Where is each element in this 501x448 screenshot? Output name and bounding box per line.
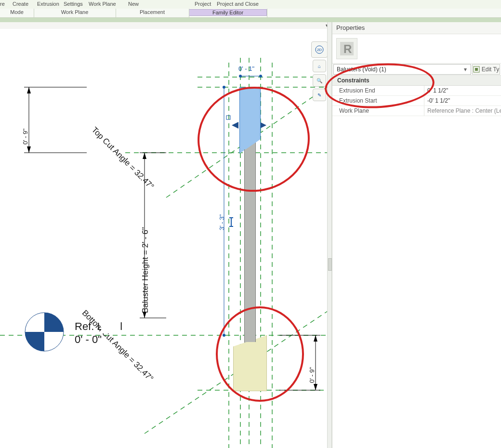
ribbon-item-settings[interactable]: Settings [62, 0, 85, 7]
type-selector-value: Balusters (Void) (1) [337, 66, 386, 73]
splitter[interactable] [327, 22, 332, 448]
properties-title: Properties [332, 22, 501, 34]
content-area: ▾ [0, 22, 501, 448]
prop-row-extrusion-end[interactable]: Extrusion End 0' 1 1/2" [332, 86, 501, 96]
text-mask [101, 318, 120, 333]
svg-point-28 [223, 86, 225, 89]
ribbon: ure Create Extrusion Settings Work Plane… [0, 0, 501, 22]
prop-row-work-plane[interactable]: Work Plane Reference Plane : Center (Lef… [332, 106, 501, 116]
navigation-stack: 2D ⌂ 🔍 ✎ [310, 41, 329, 101]
chevron-down-icon: ▾ [463, 66, 468, 73]
edit-type-button[interactable]: Edit Ty [472, 64, 500, 75]
nav-home-button[interactable]: ⌂ [313, 60, 326, 72]
svg-point-32 [259, 75, 262, 78]
ribbon-panel-row: Mode Work Plane Placement Family Editor [0, 9, 501, 18]
splitter-grip[interactable] [328, 258, 332, 271]
prop-name: Work Plane [332, 106, 424, 116]
dim-bot-09: 0' - 9" [308, 367, 316, 383]
ribbon-panel-placement[interactable]: Placement [116, 9, 189, 15]
svg-marker-25 [314, 335, 317, 342]
prop-group-constraints[interactable]: Constraints [332, 76, 501, 86]
prop-row-extrusion-start[interactable]: Extrusion Start -0' 1 1/2" [332, 96, 501, 106]
prop-value[interactable]: -0' 1 1/2" [424, 96, 501, 105]
svg-marker-21 [27, 146, 31, 153]
ribbon-item-extrusion[interactable]: Extrusion [35, 0, 61, 7]
svg-marker-15 [143, 153, 146, 159]
prop-name: Extrusion End [332, 86, 424, 95]
type-selector[interactable]: Balusters (Void) (1) ▾ [333, 64, 471, 75]
svg-rect-40 [226, 116, 230, 119]
ref-level-marker[interactable] [23, 311, 66, 355]
svg-text:2D: 2D [317, 48, 322, 52]
nav-draw-button[interactable]: ✎ [313, 89, 326, 101]
type-thumbnail: R [336, 38, 357, 59]
ribbon-item-create[interactable]: Create [11, 0, 30, 7]
ribbon-panel-family-editor[interactable]: Family Editor [189, 9, 267, 16]
drawing-svg [0, 29, 332, 448]
prop-value: Reference Plane : Center (Left/... [424, 106, 501, 116]
dim-33: 3' - 3" [218, 214, 225, 230]
properties-panel: Properties R Balusters (Void) (1) ▾ Edit… [332, 22, 501, 448]
svg-marker-36 [260, 122, 266, 129]
ribbon-top-row: ure Create Extrusion Settings Work Plane… [0, 0, 501, 9]
svg-point-29 [223, 334, 225, 337]
ribbon-item-project-close[interactable]: Project and Close [215, 0, 261, 7]
ribbon-item-ure[interactable]: ure [0, 0, 7, 7]
svg-text:R: R [343, 42, 352, 55]
svg-point-31 [239, 75, 242, 78]
ribbon-item-workplane[interactable]: Work Plane [87, 0, 118, 7]
svg-marker-35 [232, 122, 238, 129]
revit-r-icon: R [339, 41, 355, 56]
nav-2d-button[interactable]: 2D [311, 41, 328, 58]
svg-rect-47 [475, 68, 478, 71]
prop-name: Extrusion Start [332, 96, 424, 105]
edit-type-icon [473, 66, 480, 73]
nav-zoom-button[interactable]: 🔍 [313, 74, 326, 87]
drawing-contents: 0' - 9" 0' - 9" 0' - 1" 3' - 3" Baluster… [0, 29, 332, 448]
type-thumbnail-row: R [332, 34, 501, 64]
ref-level-value: 0' - 0" [75, 333, 102, 346]
drawing-view[interactable]: ▾ [0, 22, 332, 448]
dim-top-09: 0' - 9" [22, 129, 29, 145]
ribbon-panel-mode[interactable]: Mode [0, 9, 34, 15]
type-selector-row: Balusters (Void) (1) ▾ Edit Ty [332, 64, 501, 76]
ribbon-item-new[interactable]: New [126, 0, 141, 7]
dim-01: 0' - 1" [238, 65, 254, 72]
prop-value[interactable]: 0' 1 1/2" [424, 86, 501, 95]
svg-marker-26 [314, 384, 317, 390]
ribbon-item-project[interactable]: Project [193, 0, 213, 7]
baluster-solid-mid [244, 149, 256, 342]
baluster-height-label: Baluster Height = 2' - 6" [141, 227, 150, 313]
svg-marker-20 [27, 87, 31, 93]
ribbon-panel-workplane[interactable]: Work Plane [34, 9, 116, 15]
